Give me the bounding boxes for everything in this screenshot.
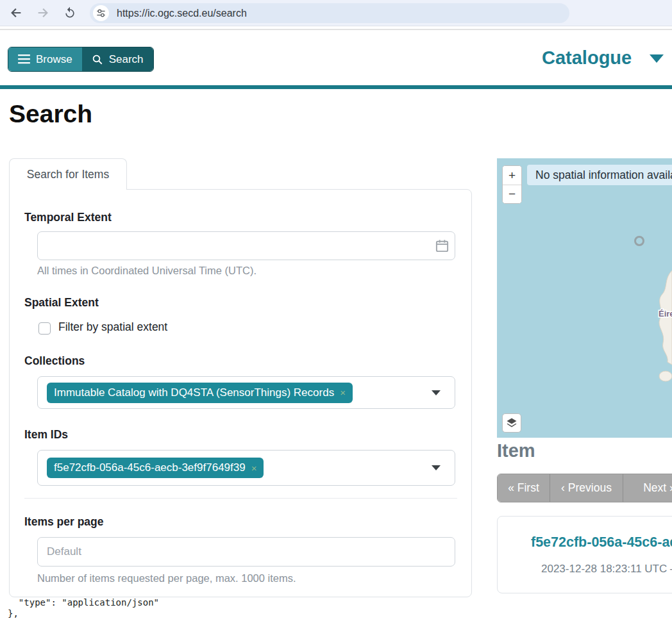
collections-select[interactable]: Immutable Catalog with DQ4STA (SensorThi… bbox=[37, 376, 455, 409]
items-per-page-label: Items per page bbox=[24, 515, 104, 529]
collections-tag-text: Immutable Catalog with DQ4STA (SensorThi… bbox=[54, 386, 334, 399]
item-ids-select[interactable]: f5e72cfb-056a-45c6-aecb-3ef9f7649f39 × bbox=[37, 450, 455, 486]
item-ids-label: Item IDs bbox=[24, 428, 68, 442]
layers-control[interactable] bbox=[502, 413, 521, 433]
page-title: Search bbox=[9, 100, 92, 128]
browse-label: Browse bbox=[36, 53, 72, 66]
items-per-page-help-text: Number of items requested per page, max.… bbox=[37, 572, 296, 584]
spatial-extent-label: Spatial Extent bbox=[24, 296, 99, 310]
search-nav-button[interactable]: Search bbox=[82, 47, 153, 71]
menu-icon bbox=[18, 54, 30, 64]
temporal-extent-input[interactable] bbox=[37, 231, 455, 260]
map-zoom-control: + − bbox=[502, 165, 522, 204]
remove-tag-icon[interactable]: × bbox=[340, 387, 346, 398]
catalogue-title[interactable]: Catalogue bbox=[542, 47, 632, 69]
form-divider bbox=[24, 498, 457, 499]
collections-caret-down-icon[interactable] bbox=[432, 390, 441, 395]
forward-icon[interactable] bbox=[32, 2, 54, 24]
pagination: « First ‹ Previous Next › bbox=[497, 474, 672, 502]
remove-tag-icon[interactable]: × bbox=[251, 463, 257, 474]
layers-icon bbox=[506, 417, 517, 429]
pagination-previous-button[interactable]: ‹ Previous bbox=[550, 474, 623, 502]
catalogue-caret-down-icon[interactable] bbox=[650, 54, 664, 63]
item-ids-tag-text: f5e72cfb-056a-45c6-aecb-3ef9f7649f39 bbox=[54, 461, 246, 474]
search-icon bbox=[92, 54, 103, 65]
results-heading: Item bbox=[497, 440, 535, 461]
collections-label: Collections bbox=[24, 354, 85, 368]
temporal-extent-label: Temporal Extent bbox=[24, 211, 112, 224]
map[interactable]: Éire + − No spatial information availabl… bbox=[497, 158, 672, 438]
pagination-first-button[interactable]: « First bbox=[498, 474, 550, 502]
temporal-help-text: All times in Coordinated Universal Time … bbox=[37, 265, 256, 277]
header-accent-bar bbox=[0, 85, 672, 89]
result-item-link[interactable]: f5e72cfb-056a-45c6-aecb-3ef9f7649f39 bbox=[531, 534, 672, 551]
browser-toolbar: https://ic.ogc.secd.eu/search bbox=[0, 0, 672, 26]
map-place-label: Éire bbox=[659, 309, 672, 319]
map-message: No spatial information available. bbox=[527, 165, 672, 185]
search-label: Search bbox=[109, 53, 144, 66]
map-marker-circle[interactable] bbox=[635, 237, 644, 245]
spatial-filter-checkbox[interactable] bbox=[38, 322, 51, 335]
island-shape bbox=[659, 371, 672, 381]
site-settings-icon[interactable] bbox=[93, 5, 109, 21]
reload-icon[interactable] bbox=[59, 2, 81, 24]
map-canvas: Éire bbox=[497, 158, 672, 438]
page-divider bbox=[0, 29, 672, 30]
tab-search-for-items[interactable]: Search for Items bbox=[9, 158, 127, 190]
browse-button[interactable]: Browse bbox=[8, 47, 82, 71]
item-ids-selected-tag: f5e72cfb-056a-45c6-aecb-3ef9f7649f39 × bbox=[47, 458, 264, 478]
zoom-in-button[interactable]: + bbox=[503, 166, 521, 185]
spatial-filter-checkbox-label: Filter by spatial extent bbox=[58, 320, 167, 334]
zoom-out-button[interactable]: − bbox=[503, 185, 521, 203]
result-item-datetime: 2023-12-28 18:23:11 UTC — bbox=[541, 563, 672, 575]
back-icon[interactable] bbox=[5, 2, 27, 24]
json-code-preview: "type": "application/json" }, bbox=[8, 597, 159, 618]
items-per-page-input[interactable] bbox=[37, 537, 455, 567]
collections-selected-tag: Immutable Catalog with DQ4STA (SensorThi… bbox=[47, 383, 353, 403]
view-switcher: Browse Search bbox=[8, 47, 154, 72]
url-text: https://ic.ogc.secd.eu/search bbox=[117, 8, 247, 19]
calendar-icon[interactable] bbox=[435, 238, 449, 256]
address-bar[interactable]: https://ic.ogc.secd.eu/search bbox=[90, 3, 569, 23]
pagination-next-button[interactable]: Next › bbox=[623, 474, 672, 502]
item-ids-caret-down-icon[interactable] bbox=[432, 465, 441, 470]
app-root: https://ic.ogc.secd.eu/search Browse Sea… bbox=[0, 0, 672, 621]
result-item-card: f5e72cfb-056a-45c6-aecb-3ef9f7649f39 202… bbox=[497, 516, 672, 593]
